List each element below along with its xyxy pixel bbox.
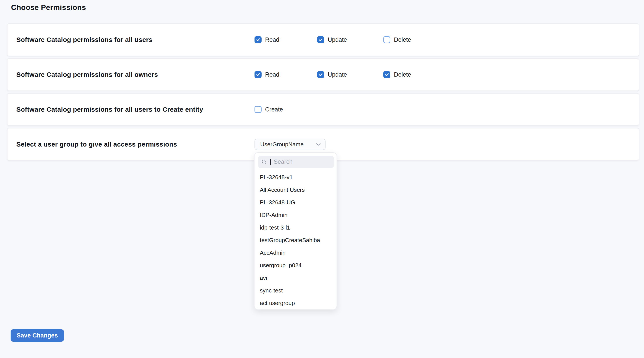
create-checkbox[interactable] [254, 106, 262, 113]
checkbox-label: Read [265, 71, 280, 78]
chevron-down-icon [316, 143, 321, 146]
checkbox-label: Create [265, 106, 283, 113]
dropdown-item[interactable]: avi [254, 272, 336, 284]
search-placeholder: Search [274, 158, 330, 165]
dropdown-item[interactable]: IDP-Admin [254, 209, 336, 221]
delete-checkbox[interactable] [383, 36, 390, 43]
dropdown-selected-value: UserGroupName [260, 141, 316, 148]
update-checkbox[interactable] [317, 71, 324, 78]
update-checkbox[interactable] [317, 36, 324, 43]
card-permissions-create-entity: Software Catalog permissions for all use… [7, 93, 639, 126]
card-permissions-all-owners: Software Catalog permissions for all own… [7, 58, 639, 91]
read-checkbox[interactable] [254, 36, 262, 43]
delete-checkbox[interactable] [383, 71, 390, 78]
dropdown-item[interactable]: PL-32648-UG [254, 196, 336, 209]
checkbox-label: Read [265, 37, 280, 43]
checkbox-group-delete[interactable]: Delete [383, 24, 411, 56]
text-caret [270, 159, 270, 165]
checkmark-icon [384, 72, 389, 77]
card-label: Select a user group to give all access p… [16, 141, 177, 148]
user-group-dropdown-menu: Search PL-32648-v1All Account UsersPL-32… [254, 152, 337, 310]
dropdown-item[interactable]: act usergroup [254, 297, 336, 309]
card-label: Software Catalog permissions for all use… [16, 106, 203, 113]
card-label: Software Catalog permissions for all own… [16, 71, 158, 78]
user-group-dropdown[interactable]: UserGroupName [254, 139, 326, 150]
dropdown-item[interactable]: PL-32648-v1 [254, 171, 336, 184]
checkbox-group-read[interactable]: Read [254, 59, 280, 91]
checkbox-label: Update [328, 71, 347, 78]
dropdown-item[interactable]: usergroup_p024 [254, 259, 336, 272]
checkmark-icon [256, 37, 260, 42]
checkbox-group-read[interactable]: Read [254, 24, 280, 56]
checkmark-icon [318, 72, 323, 77]
search-icon [262, 159, 267, 165]
checkbox-label: Delete [394, 71, 411, 78]
read-checkbox[interactable] [254, 71, 262, 78]
dropdown-item[interactable]: sync-test [254, 284, 336, 297]
card-permissions-all-users: Software Catalog permissions for all use… [7, 24, 639, 56]
save-button[interactable]: Save Changes [10, 329, 64, 342]
checkmark-icon [256, 72, 260, 77]
dropdown-list: PL-32648-v1All Account UsersPL-32648-UGI… [254, 171, 336, 309]
checkbox-group-update[interactable]: Update [317, 24, 347, 56]
dropdown-item[interactable]: idp-test-3-l1 [254, 221, 336, 234]
checkbox-label: Update [328, 37, 347, 43]
checkbox-group-create[interactable]: Create [254, 94, 283, 125]
page-title: Choose Permissions [11, 3, 86, 12]
dropdown-item[interactable]: All Account Users [254, 184, 336, 196]
dropdown-item[interactable]: testGroupCreateSahiba [254, 234, 336, 246]
checkbox-group-delete[interactable]: Delete [383, 59, 411, 91]
dropdown-item[interactable]: AccAdmin [254, 246, 336, 259]
checkbox-group-update[interactable]: Update [317, 59, 347, 91]
checkbox-label: Delete [394, 37, 411, 43]
search-input[interactable]: Search [258, 156, 334, 168]
card-label: Software Catalog permissions for all use… [16, 36, 152, 44]
checkmark-icon [318, 37, 323, 42]
